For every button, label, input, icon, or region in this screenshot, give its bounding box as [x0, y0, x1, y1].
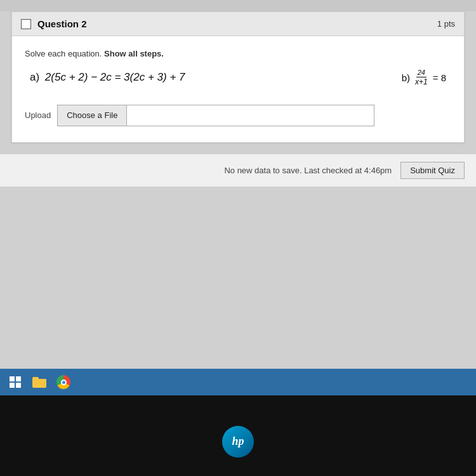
black-bottom-area: hp — [0, 395, 476, 476]
question-header-left: Question 2 — [21, 18, 87, 29]
chrome-inner-circle — [61, 380, 67, 385]
upload-row: Upload Choose a File — [25, 105, 451, 126]
hp-logo: hp — [222, 426, 254, 458]
question-body: Solve each equation. Show all steps. a) … — [12, 36, 464, 142]
chrome-icon-button[interactable] — [53, 372, 74, 392]
equation-a-label: a) — [30, 71, 39, 83]
equation-b-equals: = 8 — [433, 72, 446, 83]
equation-b-label: b) — [402, 72, 410, 83]
folder-icon — [32, 377, 46, 388]
submit-quiz-button[interactable]: Submit Quiz — [400, 162, 465, 179]
footer-status-bar: No new data to save. Last checked at 4:4… — [0, 154, 476, 187]
file-upload-area: Choose a File — [57, 105, 374, 126]
fraction-numerator: 24 — [416, 69, 426, 77]
equation-a-content: 2(5c + 2) − 2c = 3(2c + 3) + 7 — [45, 71, 185, 83]
taskbar — [0, 369, 476, 395]
equation-b-fraction: 24 x+1 — [414, 69, 429, 87]
windows-icon-button[interactable] — [5, 372, 25, 392]
choose-file-button[interactable]: Choose a File — [58, 105, 127, 126]
folder-icon-button[interactable] — [29, 372, 50, 392]
instruction-text: Solve each equation. Show all steps. — [25, 49, 451, 58]
chrome-icon — [56, 375, 70, 389]
question-title: Question 2 — [37, 18, 87, 29]
windows-icon — [10, 376, 21, 388]
upload-label: Upload — [25, 110, 51, 120]
page-background: Question 2 1 pts Solve each equation. Sh… — [0, 11, 476, 476]
equations-row: a) 2(5c + 2) − 2c = 3(2c + 3) + 7 b) 24 … — [25, 69, 451, 87]
equation-a: a) 2(5c + 2) − 2c = 3(2c + 3) + 7 — [30, 71, 185, 84]
question-card: Question 2 1 pts Solve each equation. Sh… — [11, 11, 465, 143]
equation-b: b) 24 x+1 = 8 — [402, 69, 446, 87]
question-header: Question 2 1 pts — [12, 12, 464, 36]
fraction-denominator: x+1 — [414, 77, 429, 86]
question-checkbox[interactable] — [21, 19, 31, 29]
question-pts: 1 pts — [437, 19, 455, 29]
status-text: No new data to save. Last checked at 4:4… — [224, 166, 392, 175]
